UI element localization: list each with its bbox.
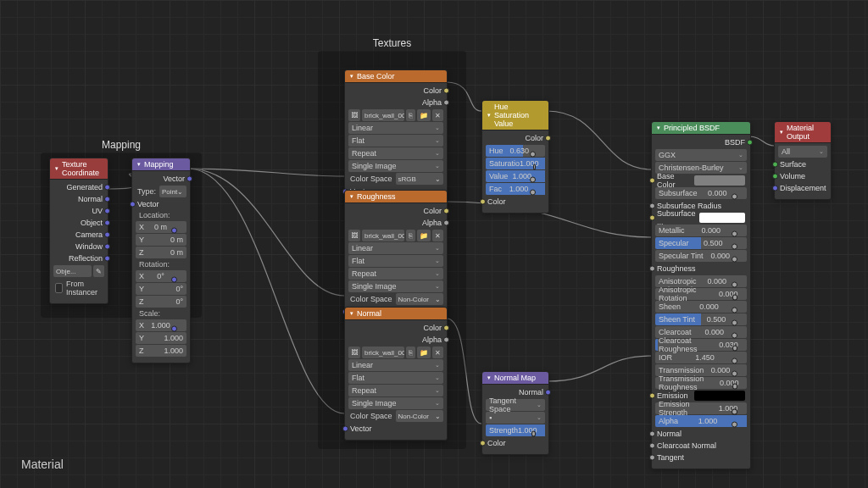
node-texture-coordinate[interactable]: ▾Texture Coordinate Generated Normal UV … [49, 158, 108, 304]
node-image-base[interactable]: ▾Base Color Color Alpha 🖼 brick_wall_001… [344, 69, 448, 203]
socket-out-camera[interactable] [104, 232, 110, 238]
distribution-dropdown[interactable]: GGX⌄ [655, 149, 747, 161]
loc-x-slider[interactable]: X0 m [136, 221, 186, 233]
collapse-icon[interactable]: ▾ [657, 125, 660, 131]
sat-slider[interactable]: Saturatio1.000 [486, 158, 545, 169]
unlink-icon[interactable]: ⎘ [406, 230, 415, 241]
node-header[interactable]: ▾Base Color [345, 70, 447, 83]
slider-clearcoat-roughness[interactable]: Clearcoat Roughness0.030 [655, 339, 747, 351]
socket-out-vector[interactable] [186, 176, 192, 182]
socket-out-object[interactable] [104, 220, 110, 226]
image-browse-icon[interactable]: 🖼 [348, 109, 360, 121]
colorspace-dropdown[interactable]: Non-Color⌄ [396, 293, 443, 305]
source-dropdown[interactable]: Single Image⌄ [348, 160, 443, 172]
slider-specular[interactable]: Specular0.500 [655, 237, 747, 249]
image-name-field[interactable]: brick_wall_001... [362, 109, 404, 121]
strength-slider[interactable]: Strength1.000 [486, 424, 545, 436]
node-material-output[interactable]: ▾Material Output All⌄ Surface Volume Dis… [774, 121, 832, 200]
slider-subsurface[interactable]: Subsurface0.000 [655, 187, 747, 199]
node-header[interactable]: ▾Mapping [132, 158, 190, 171]
uvmap-field[interactable]: ▪⌄ [486, 412, 545, 424]
node-mapping[interactable]: ▾Mapping Vector Type: Point⌄ Vector Loca… [131, 158, 191, 363]
close-icon[interactable]: ✕ [432, 109, 443, 121]
socket-out-uv[interactable] [104, 208, 110, 214]
loc-y-slider[interactable]: Y0 m [136, 234, 186, 246]
node-header[interactable]: ▾Normal [345, 308, 447, 320]
colorspace-dropdown[interactable]: Non-Color⌄ [396, 410, 443, 422]
extension-dropdown[interactable]: Repeat⌄ [348, 385, 443, 396]
socket-in-surface[interactable] [772, 162, 778, 168]
socket-in-volume[interactable] [772, 174, 778, 180]
socket-in-color[interactable] [480, 199, 486, 205]
socket-out-alpha[interactable] [443, 220, 449, 226]
eyedropper-icon[interactable]: ✎ [93, 265, 104, 277]
socket-out-normal[interactable] [545, 390, 551, 396]
socket-out-bsdf[interactable] [747, 140, 753, 146]
close-icon[interactable]: ✕ [432, 347, 443, 358]
slider-metallic[interactable]: Metallic0.000 [655, 225, 747, 236]
slider-specular-tint[interactable]: Specular Tint0.000 [655, 250, 747, 262]
node-normal-map[interactable]: ▾Normal Map Normal Tangent Space⌄ ▪⌄ Str… [481, 371, 549, 455]
image-browse-icon[interactable]: 🖼 [348, 347, 360, 358]
val-slider[interactable]: Value1.000 [486, 170, 545, 182]
collapse-icon[interactable]: ▾ [350, 193, 353, 200]
extension-dropdown[interactable]: Repeat⌄ [348, 147, 443, 159]
collapse-icon[interactable]: ▾ [137, 161, 141, 168]
color-swatch[interactable] [694, 175, 745, 186]
rot-x-slider[interactable]: X0° [136, 270, 186, 282]
node-image-normal[interactable]: ▾Normal Color Alpha 🖼 brick_wall_001... … [344, 307, 448, 441]
socket-out-color[interactable] [443, 325, 449, 331]
close-icon[interactable]: ✕ [432, 230, 443, 241]
socket-out-alpha[interactable] [443, 337, 449, 343]
rot-z-slider[interactable]: Z0° [136, 296, 186, 308]
interp-dropdown[interactable]: Linear⌄ [348, 359, 443, 371]
collapse-icon[interactable]: ▾ [350, 73, 353, 80]
object-field[interactable]: Obje... [53, 265, 92, 277]
scale-y-slider[interactable]: Y1.000 [136, 332, 186, 344]
colorspace-dropdown[interactable]: sRGB⌄ [396, 173, 443, 185]
collapse-icon[interactable]: ▾ [55, 165, 58, 172]
scale-x-slider[interactable]: X1.000 [136, 319, 186, 331]
node-principled-bsdf[interactable]: ▾Principled BSDF BSDF GGX⌄ Christensen-B… [651, 121, 751, 469]
socket-in-color[interactable] [480, 441, 486, 446]
socket-out-normal[interactable] [104, 197, 110, 202]
socket-in-vector[interactable] [130, 202, 136, 208]
from-instancer-checkbox[interactable]: From Instancer [53, 278, 104, 298]
loc-z-slider[interactable]: Z0 m [136, 247, 186, 258]
target-dropdown[interactable]: All⌄ [778, 146, 827, 158]
unlink-icon[interactable]: ⎘ [406, 109, 415, 121]
open-icon[interactable]: 📁 [417, 109, 431, 121]
socket-out-color[interactable] [443, 88, 449, 94]
interp-dropdown[interactable]: Linear⌄ [348, 122, 443, 134]
space-dropdown[interactable]: Tangent Space⌄ [486, 399, 545, 411]
open-icon[interactable]: 📁 [417, 230, 431, 241]
socket-in-vector[interactable] [342, 426, 348, 432]
node-header[interactable]: ▾Roughness [345, 191, 447, 203]
type-dropdown[interactable]: Point⌄ [159, 186, 186, 197]
socket-in-displacement[interactable] [772, 186, 778, 191]
slider-sheen[interactable]: Sheen0.000 [655, 301, 747, 313]
source-dropdown[interactable]: Single Image⌄ [348, 280, 443, 292]
socket-out-alpha[interactable] [443, 100, 449, 106]
node-header[interactable]: ▾Material Output [775, 122, 831, 143]
image-browse-icon[interactable]: 🖼 [348, 230, 360, 241]
image-name-field[interactable]: brick_wall_001... [362, 347, 404, 358]
projection-dropdown[interactable]: Flat⌄ [348, 372, 443, 384]
node-header[interactable]: ▾Texture Coordinate [50, 158, 108, 180]
hue-slider[interactable]: Hue0.630 [486, 145, 545, 157]
rot-y-slider[interactable]: Y0° [136, 283, 186, 295]
slider-alpha[interactable]: Alpha1.000 [655, 415, 747, 427]
source-dropdown[interactable]: Single Image⌄ [348, 397, 443, 409]
collapse-icon[interactable]: ▾ [487, 374, 491, 381]
slider-transmission-roughness[interactable]: Transmission Roughness0.000 [655, 377, 747, 389]
projection-dropdown[interactable]: Flat⌄ [348, 135, 443, 147]
node-header[interactable]: ▾Hue Saturation Value [482, 101, 548, 130]
slider-ior[interactable]: IOR1.450 [655, 352, 747, 363]
socket-out-reflection[interactable] [104, 256, 110, 262]
socket-out-color[interactable] [443, 208, 449, 214]
node-header[interactable]: ▾Principled BSDF [652, 122, 750, 135]
socket-out-generated[interactable] [104, 185, 110, 191]
slider-sheen-tint[interactable]: Sheen Tint0.500 [655, 313, 747, 325]
scale-z-slider[interactable]: Z1.000 [136, 345, 186, 357]
unlink-icon[interactable]: ⎘ [406, 347, 415, 358]
